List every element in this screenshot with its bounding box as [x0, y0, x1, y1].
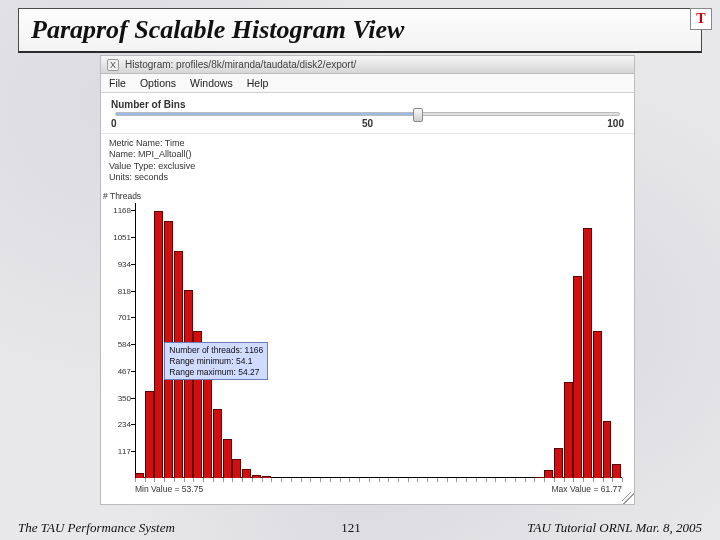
histogram-bar[interactable]	[203, 373, 212, 478]
histogram-bars	[135, 203, 622, 478]
close-icon[interactable]: X	[107, 59, 119, 71]
x-min-label: Min Value = 53.75	[135, 484, 203, 494]
histogram-bar[interactable]	[593, 331, 602, 478]
y-tick-label: 1168	[113, 206, 131, 215]
menu-help[interactable]: Help	[247, 77, 269, 89]
histogram-bar[interactable]	[544, 470, 553, 478]
tau-logo: T	[690, 8, 712, 30]
slide-title: Paraprof Scalable Histogram View	[31, 15, 689, 45]
bins-slider-max: 100	[607, 118, 624, 129]
bins-slider-panel: Number of Bins 0 50 100	[101, 93, 634, 134]
x-axis-labels: Min Value = 53.75 Max Value = 61.77	[135, 484, 622, 496]
bins-slider-min: 0	[111, 118, 117, 129]
y-tick-label: 934	[118, 259, 131, 268]
window-titlebar[interactable]: X Histogram: profiles/8k/miranda/taudata…	[101, 56, 634, 74]
y-tick-label: 350	[118, 393, 131, 402]
resize-grip-icon[interactable]	[622, 492, 634, 504]
histogram-bar[interactable]	[232, 459, 241, 478]
meta-metric: Metric Name: Time	[109, 138, 626, 149]
menu-windows[interactable]: Windows	[190, 77, 233, 89]
tau-logo-letter: T	[696, 11, 705, 27]
meta-valuetype: Value Type: exclusive	[109, 161, 626, 172]
x-axis-ticks	[135, 478, 622, 482]
y-tick-label: 117	[118, 447, 131, 456]
histogram-bar[interactable]	[184, 290, 193, 478]
menubar: File Options Windows Help	[101, 74, 634, 93]
histogram-bar[interactable]	[174, 251, 183, 478]
y-tick-label: 1051	[113, 233, 131, 242]
histogram-bar[interactable]	[145, 391, 154, 478]
x-max-label: Max Value = 61.77	[552, 484, 623, 494]
footer-page-number: 121	[341, 520, 361, 536]
bins-slider-label: Number of Bins	[111, 99, 624, 110]
histogram-bar[interactable]	[242, 469, 251, 478]
menu-options[interactable]: Options	[140, 77, 176, 89]
y-axis-labels: 11723435046758470181893410511168	[107, 203, 133, 478]
meta-units: Units: seconds	[109, 172, 626, 183]
y-tick-label: 701	[118, 313, 131, 322]
footer-left: The TAU Performance System	[18, 520, 175, 536]
histogram-chart: # Threads 117234350467584701818934105111…	[107, 185, 628, 500]
histogram-bar[interactable]	[564, 382, 573, 478]
y-axis-title: # Threads	[103, 191, 141, 201]
slide-title-bar: Paraprof Scalable Histogram View	[18, 8, 702, 53]
histogram-bar[interactable]	[603, 421, 612, 478]
slide-footer: The TAU Performance System 121 TAU Tutor…	[0, 520, 720, 536]
meta-name: Name: MPI_Alltoall()	[109, 149, 626, 160]
histogram-metadata: Metric Name: Time Name: MPI_Alltoall() V…	[101, 134, 634, 185]
histogram-bar[interactable]	[583, 228, 592, 478]
histogram-bar[interactable]	[164, 221, 173, 478]
bins-slider-mid: 50	[362, 118, 373, 129]
histogram-bar[interactable]	[154, 211, 163, 478]
y-tick-label: 467	[118, 366, 131, 375]
histogram-bar[interactable]	[573, 276, 582, 478]
footer-right: TAU Tutorial ORNL Mar. 8, 2005	[527, 520, 702, 536]
histogram-bar[interactable]	[554, 448, 563, 478]
window-title: Histogram: profiles/8k/miranda/taudata/d…	[125, 59, 356, 70]
histogram-bar[interactable]	[193, 331, 202, 478]
histogram-bar[interactable]	[223, 439, 232, 478]
histogram-bar[interactable]	[612, 464, 621, 478]
y-tick-label: 234	[118, 420, 131, 429]
y-tick-label: 818	[118, 286, 131, 295]
histogram-window: X Histogram: profiles/8k/miranda/taudata…	[100, 55, 635, 505]
histogram-bar[interactable]	[213, 409, 222, 478]
menu-file[interactable]: File	[109, 77, 126, 89]
y-tick-label: 584	[118, 340, 131, 349]
